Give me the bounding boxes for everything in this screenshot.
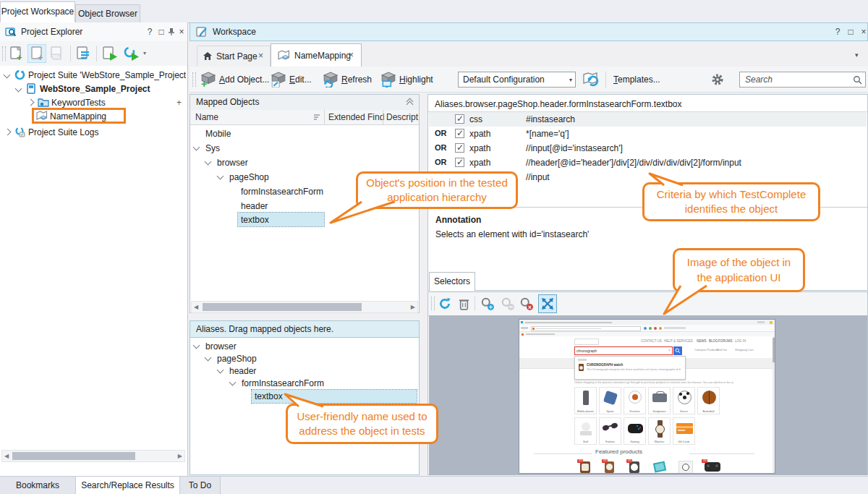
sort-icon[interactable] bbox=[313, 114, 322, 121]
column-description[interactable]: Descript bbox=[386, 112, 418, 122]
add-keyword-test-button[interactable]: + bbox=[176, 98, 182, 108]
tab-list-caret-icon[interactable]: ▾ bbox=[855, 51, 859, 59]
status-tab-search-replace-results[interactable]: Search/Replace Results bbox=[76, 477, 180, 494]
tree-item-browser[interactable]: browser bbox=[217, 158, 248, 168]
help-button[interactable]: ? bbox=[833, 27, 843, 37]
chevron-down-icon[interactable] bbox=[4, 72, 11, 79]
refresh-button[interactable]: Refresh bbox=[341, 74, 372, 85]
callout-text: Object's position in the tested applicat… bbox=[358, 176, 516, 205]
alias-item-forminstasearchform[interactable]: formInstasearchForm bbox=[242, 378, 324, 388]
tree-item-mobile[interactable]: Mobile bbox=[205, 129, 231, 139]
edit-button[interactable]: Edit... bbox=[289, 74, 312, 85]
selector-checkbox[interactable] bbox=[455, 143, 464, 153]
templates-button[interactable]: Templates... bbox=[613, 74, 660, 85]
alias-item-pageshop[interactable]: pageShop bbox=[217, 354, 257, 364]
help-button[interactable]: ? bbox=[145, 27, 155, 37]
scrollbar-thumb[interactable] bbox=[12, 452, 135, 460]
alias-item-browser[interactable]: browser bbox=[205, 341, 237, 352]
column-name[interactable]: Name bbox=[195, 112, 218, 122]
tree-item-forminstasearchform[interactable]: formInstasearchForm bbox=[241, 187, 323, 197]
selector-row[interactable]: OR xpath //input[@id='instasearch'] bbox=[429, 141, 867, 156]
tab-object-browser[interactable]: Object Browser bbox=[75, 4, 140, 22]
selector-checkbox[interactable] bbox=[455, 114, 464, 124]
selector-row[interactable]: OR xpath *[name='q'] bbox=[429, 127, 867, 141]
chevron-down-icon[interactable] bbox=[205, 158, 212, 166]
scrollbar-thumb[interactable] bbox=[203, 303, 362, 311]
close-icon[interactable]: × bbox=[176, 27, 187, 37]
doc-tab-start-page[interactable]: Start Page × bbox=[197, 46, 271, 67]
selector-checkbox[interactable] bbox=[455, 129, 464, 138]
status-tab-to-do[interactable]: To Do bbox=[180, 477, 221, 494]
run-dropdown-caret[interactable]: ▾ bbox=[143, 50, 146, 56]
new-item-button-bg[interactable]: + bbox=[27, 44, 46, 63]
alias-item-header[interactable]: header bbox=[229, 366, 256, 376]
search-icon[interactable] bbox=[853, 75, 862, 85]
annotation-title: Annotation bbox=[435, 215, 481, 225]
tree-item-project-suite[interactable]: Project Suite 'WebStore_Sample_Project_S… bbox=[28, 70, 186, 80]
gear-icon[interactable] bbox=[711, 73, 724, 86]
configuration-select[interactable]: Default Configuration ▾ bbox=[458, 72, 576, 88]
highlight-icon[interactable] bbox=[380, 72, 396, 88]
chevron-down-icon[interactable] bbox=[15, 85, 22, 93]
tree-item-project-suite-logs[interactable]: Project Suite Logs bbox=[28, 127, 98, 137]
run-project-suite-icon[interactable] bbox=[123, 46, 140, 61]
zoom-in-icon[interactable]: + bbox=[480, 297, 495, 311]
close-icon[interactable]: × bbox=[258, 51, 263, 61]
browser-titlebar bbox=[519, 320, 775, 325]
add-object-icon[interactable]: + bbox=[200, 72, 216, 88]
highlight-button[interactable]: Highlight bbox=[399, 74, 433, 85]
status-tab-bar: Bookmarks Search/Replace Results To Do bbox=[0, 476, 868, 494]
store-nav-item: LOG IN bbox=[735, 339, 746, 343]
tab-project-workspace[interactable]: Project Workspace bbox=[0, 1, 75, 22]
chevron-down-icon[interactable] bbox=[193, 144, 200, 151]
add-project-item-icon[interactable]: + bbox=[9, 46, 25, 61]
chevron-down-icon[interactable] bbox=[229, 379, 237, 386]
delete-image-icon[interactable] bbox=[458, 297, 470, 310]
horizontal-scrollbar[interactable]: ◀ ▶ bbox=[1, 450, 185, 462]
product-label: Watches bbox=[649, 440, 670, 443]
open-item-icon[interactable] bbox=[49, 46, 65, 61]
horizontal-scrollbar[interactable]: ◀ ▶ bbox=[191, 301, 418, 313]
toolbar-grip[interactable] bbox=[431, 297, 435, 310]
tree-item-sys[interactable]: Sys bbox=[205, 143, 220, 153]
chevron-down-icon[interactable] bbox=[205, 354, 212, 362]
doc-tab-name-mapping[interactable]: NameMapping × bbox=[271, 43, 362, 67]
toolbar-grip[interactable] bbox=[192, 72, 196, 87]
edit-icon[interactable] bbox=[271, 72, 286, 88]
tab-label: To Do bbox=[189, 480, 211, 490]
run-project-icon[interactable] bbox=[101, 46, 119, 61]
toolbar-grip[interactable] bbox=[2, 46, 6, 61]
maximize-button[interactable]: □ bbox=[846, 27, 856, 37]
chevron-down-icon[interactable] bbox=[193, 342, 200, 349]
tab-selectors[interactable]: Selectors bbox=[429, 272, 475, 291]
close-icon[interactable]: × bbox=[349, 50, 354, 60]
zoom-reset-icon[interactable]: × bbox=[519, 297, 534, 311]
chevron-right-icon[interactable] bbox=[4, 129, 12, 136]
close-icon[interactable]: × bbox=[859, 27, 868, 37]
search-input[interactable] bbox=[744, 74, 855, 85]
add-object-button[interactable]: Add Object... bbox=[219, 74, 269, 85]
organize-items-icon[interactable] bbox=[75, 46, 91, 61]
selector-row[interactable]: css #instasearch bbox=[429, 112, 867, 127]
selector-checkbox[interactable] bbox=[455, 158, 464, 167]
refresh-image-icon[interactable] bbox=[438, 297, 451, 310]
refresh-icon[interactable] bbox=[323, 72, 339, 88]
alias-item-textbox-selected[interactable]: textbox bbox=[252, 390, 417, 403]
tree-item-keyword-tests[interactable]: KeywordTests bbox=[51, 98, 106, 108]
selector-row[interactable]: OR xpath //header[@id='header']/div[2]/d… bbox=[429, 156, 867, 170]
tree-item-pageshop[interactable]: pageShop bbox=[229, 172, 269, 182]
tree-item-header[interactable]: header bbox=[241, 201, 268, 211]
chevron-down-icon[interactable] bbox=[217, 367, 224, 374]
tree-item-textbox-selected[interactable]: textbox bbox=[238, 213, 324, 226]
page-scrollbar bbox=[773, 336, 775, 473]
update-mapping-icon[interactable] bbox=[582, 71, 600, 88]
column-extended-find[interactable]: Extended Find bbox=[328, 112, 384, 122]
tree-item-project[interactable]: WebStore_Sample_Project bbox=[40, 84, 150, 94]
chevron-right-icon[interactable] bbox=[27, 99, 35, 106]
maximize-button[interactable]: □ bbox=[156, 27, 166, 37]
fit-to-window-button[interactable] bbox=[538, 294, 557, 313]
chevron-down-icon[interactable] bbox=[217, 173, 224, 180]
status-tab-bookmarks[interactable]: Bookmarks bbox=[0, 477, 76, 494]
pin-icon[interactable] bbox=[168, 27, 175, 36]
zoom-out-icon[interactable] bbox=[501, 297, 515, 311]
